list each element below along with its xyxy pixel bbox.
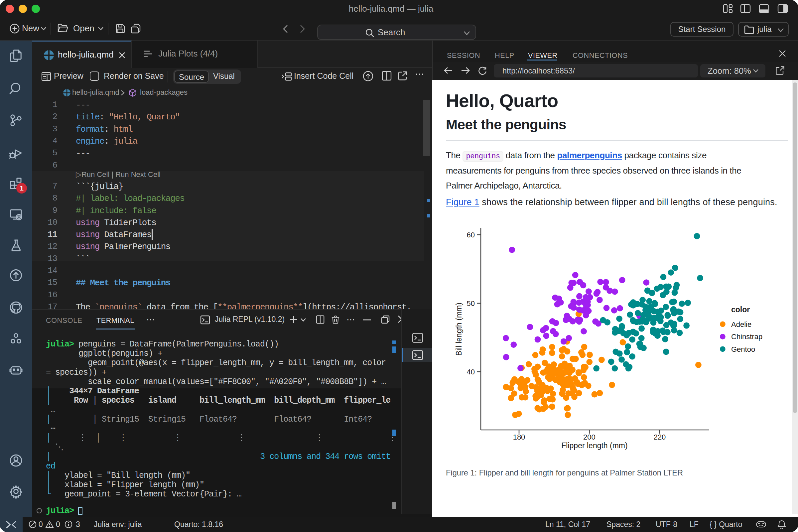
svg-text:200: 200 — [583, 433, 595, 441]
svg-text:color: color — [731, 305, 750, 314]
svg-text:Flipper length (mm): Flipper length (mm) — [561, 441, 627, 450]
svg-text:40: 40 — [467, 368, 475, 376]
svg-text:50: 50 — [467, 299, 475, 307]
svg-text:Adelie: Adelie — [731, 320, 752, 328]
svg-text:220: 220 — [654, 433, 666, 441]
svg-text:180: 180 — [513, 433, 525, 441]
svg-text:Chinstrap: Chinstrap — [731, 332, 762, 341]
svg-text:60: 60 — [467, 231, 475, 239]
svg-text:Bill length (mm): Bill length (mm) — [455, 303, 463, 356]
svg-text:Gentoo: Gentoo — [731, 345, 755, 354]
